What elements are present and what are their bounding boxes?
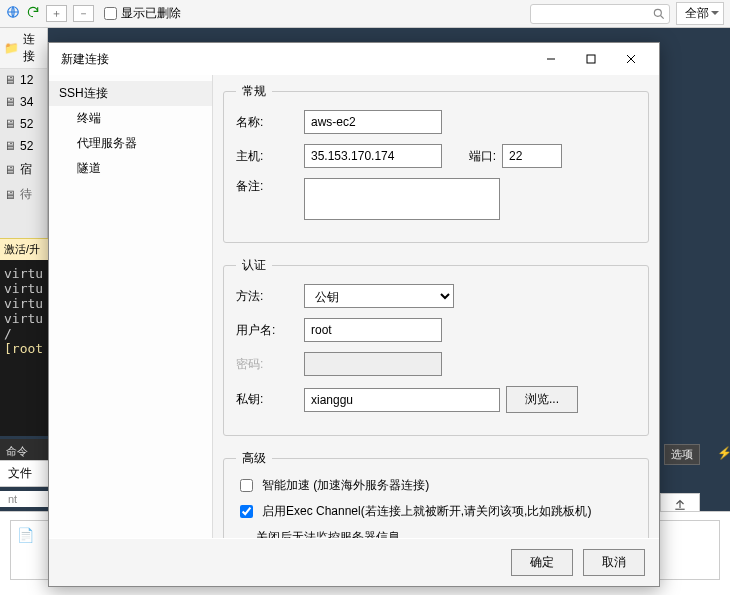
- dialog-title: 新建连接: [61, 51, 109, 68]
- minimize-button[interactable]: [531, 45, 571, 73]
- exec-label: 启用Exec Channel(若连接上就被断开,请关闭该项,比如跳板机): [262, 503, 591, 520]
- show-deleted-checkbox[interactable]: 显示已删除: [100, 4, 181, 23]
- close-button[interactable]: [611, 45, 651, 73]
- conn-item[interactable]: 🖥52: [0, 135, 47, 157]
- host-icon: 🖥: [4, 95, 16, 109]
- maximize-button[interactable]: [571, 45, 611, 73]
- ok-button[interactable]: 确定: [511, 549, 573, 576]
- accel-label: 智能加速 (加速海外服务器连接): [262, 477, 429, 494]
- key-label: 私钥:: [236, 391, 298, 408]
- dialog-main: 常规 名称: 主机: 端口: 备注: 认证: [213, 75, 659, 538]
- name-input[interactable]: [304, 110, 442, 134]
- key-input[interactable]: [304, 388, 500, 412]
- exec-checkbox[interactable]: [240, 505, 253, 518]
- host-icon: 🖥: [4, 188, 16, 202]
- bg-sidebar: 📁 连接 🖥12 🖥34 🖥52 🖥52 🖥宿 🖥待: [0, 28, 48, 238]
- method-select[interactable]: 公钥: [304, 284, 454, 308]
- collapse-all-icon[interactable]: －: [73, 5, 94, 22]
- user-label: 用户名:: [236, 322, 298, 339]
- dialog-footer: 确定 取消: [49, 538, 659, 586]
- bolt-icon: ⚡: [715, 444, 730, 462]
- refresh-icon[interactable]: [26, 5, 40, 22]
- host-icon: 🖥: [4, 163, 16, 177]
- auth-legend: 认证: [236, 257, 272, 274]
- file-icon[interactable]: 📄: [17, 527, 34, 573]
- advanced-legend: 高级: [236, 450, 272, 467]
- svg-rect-2: [587, 55, 595, 63]
- globe-icon[interactable]: [6, 5, 20, 22]
- host-icon: 🖥: [4, 73, 16, 87]
- activate-strip[interactable]: 激活/升: [0, 238, 48, 261]
- auth-group: 认证 方法: 公钥 用户名: 密码: 私钥:: [223, 257, 649, 436]
- method-label: 方法:: [236, 288, 298, 305]
- browse-button[interactable]: 浏览...: [506, 386, 578, 413]
- cmd-label: 命令: [6, 444, 28, 459]
- sidebar-root-ssh[interactable]: SSH连接: [49, 81, 212, 106]
- conn-item[interactable]: 🖥宿: [0, 157, 47, 182]
- host-input[interactable]: [304, 144, 442, 168]
- host-label: 主机:: [236, 148, 298, 165]
- sidebar-item-tunnel[interactable]: 隧道: [49, 156, 212, 181]
- svg-point-1: [654, 9, 661, 16]
- breadcrumb: nt: [0, 491, 48, 507]
- name-label: 名称:: [236, 114, 298, 131]
- pwd-label: 密码:: [236, 356, 298, 373]
- conn-item[interactable]: 🖥52: [0, 113, 47, 135]
- folder-icon: 📁: [4, 41, 19, 55]
- host-icon: 🖥: [4, 117, 16, 131]
- terminal[interactable]: virtu virtu virtu virtu / [root: [0, 260, 48, 436]
- note-textarea[interactable]: [304, 178, 500, 220]
- general-legend: 常规: [236, 83, 272, 100]
- filter-dropdown[interactable]: 全部: [676, 2, 724, 25]
- advanced-group: 高级 智能加速 (加速海外服务器连接) 启用Exec Channel(若连接上就…: [223, 450, 649, 538]
- show-deleted-label: 显示已删除: [121, 6, 181, 20]
- dialog-sidebar: SSH连接 终端 代理服务器 隧道: [49, 75, 213, 538]
- search-input[interactable]: [530, 4, 670, 24]
- conn-item[interactable]: 🖥待: [0, 182, 47, 207]
- cancel-button[interactable]: 取消: [583, 549, 645, 576]
- note-label: 备注:: [236, 178, 298, 195]
- new-connection-dialog: 新建连接 SSH连接 终端 代理服务器 隧道 常规 名称:: [48, 42, 660, 587]
- expand-all-icon[interactable]: ＋: [46, 5, 67, 22]
- connections-folder[interactable]: 📁 连接: [0, 28, 47, 69]
- file-tab[interactable]: 文件: [0, 460, 48, 487]
- sidebar-item-proxy[interactable]: 代理服务器: [49, 131, 212, 156]
- bg-toolbar: ＋ － 显示已删除 全部: [0, 0, 730, 28]
- port-label: 端口:: [448, 148, 496, 165]
- connections-label: 连接: [23, 31, 43, 65]
- port-input[interactable]: [502, 144, 562, 168]
- general-group: 常规 名称: 主机: 端口: 备注:: [223, 83, 649, 243]
- pwd-input: [304, 352, 442, 376]
- dialog-titlebar: 新建连接: [49, 43, 659, 75]
- options-button[interactable]: 选项: [664, 444, 700, 465]
- host-icon: 🖥: [4, 139, 16, 153]
- user-input[interactable]: [304, 318, 442, 342]
- conn-item[interactable]: 🖥12: [0, 69, 47, 91]
- sidebar-item-terminal[interactable]: 终端: [49, 106, 212, 131]
- conn-item[interactable]: 🖥34: [0, 91, 47, 113]
- exec-sublabel: 关闭后无法监控服务器信息: [256, 529, 636, 538]
- accel-checkbox[interactable]: [240, 479, 253, 492]
